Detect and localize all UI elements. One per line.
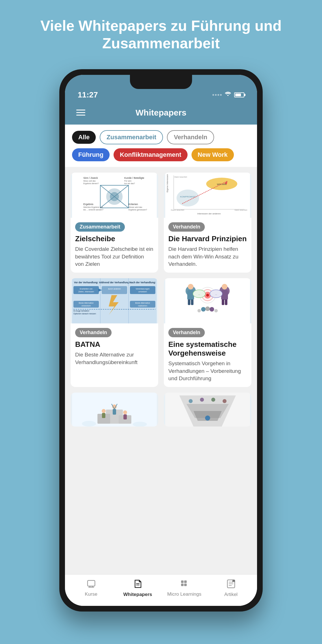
card-body-harvard: Verhandeln Die Harvard Prinzipien Die Ha… — [164, 218, 251, 273]
svg-text:Kunde / Beteiligte: Kunde / Beteiligte — [124, 177, 144, 179]
card-5[interactable] — [71, 393, 158, 427]
nav-label-kurse: Kurse — [85, 591, 97, 597]
svg-rect-90 — [102, 413, 105, 418]
filter-chip-newwork[interactable]: New Work — [192, 148, 234, 161]
card-category-zielscheibe: Zusammenarbeit — [75, 222, 125, 232]
svg-rect-104 — [88, 580, 95, 586]
svg-text:Wozu soll das: Wozu soll das — [83, 180, 96, 182]
hamburger-menu[interactable] — [76, 110, 85, 116]
nav-label-whitepapers: Whitepapers — [123, 592, 152, 597]
card-body-systematic: Verhandeln Eine systematische Vorgehensw… — [164, 323, 251, 387]
status-time: 11:27 — [78, 90, 98, 99]
svg-text:Beste Alternative: Beste Alternative — [79, 302, 94, 304]
svg-point-99 — [189, 399, 193, 403]
card-6[interactable] — [164, 393, 251, 427]
card-title-harvard: Die Harvard Prinzipien — [168, 234, 247, 243]
svg-point-11 — [110, 192, 119, 201]
svg-text:entwickeln: entwickeln — [82, 305, 91, 307]
svg-point-91 — [123, 410, 127, 414]
phone-device: 11:27 — [59, 69, 263, 612]
svg-text:Optionen danach messen: Optionen danach messen — [73, 313, 96, 315]
status-bar: 11:27 — [65, 75, 257, 102]
artikel-icon — [227, 579, 236, 590]
svg-text:umsetzen: umsetzen — [138, 291, 147, 293]
card-title-zielscheibe: Zielscheibe — [75, 234, 154, 243]
svg-text:Zielen, Interessen: Zielen, Interessen — [78, 291, 94, 293]
svg-text:Sinn / Zweck: Sinn / Zweck — [83, 177, 98, 179]
filter-section: Alle Zusammenarbeit Verhandeln Führung K… — [65, 125, 257, 167]
app-title: Whitepapers — [136, 108, 186, 118]
nav-label-artikel: Artikel — [224, 592, 238, 597]
svg-text:bis ... erreicht werden?: bis ... erreicht werden? — [83, 209, 103, 211]
svg-rect-61 — [188, 299, 190, 305]
phone-screen: 11:27 — [65, 75, 257, 606]
card-desc-zielscheibe: Die Coverdale Zielscheibe ist ein bewähr… — [75, 245, 154, 268]
svg-text:Beste Alternative: Beste Alternative — [135, 302, 150, 304]
filter-row-2: Führung Konfliktmanagement New Work — [72, 148, 250, 161]
svg-point-74 — [210, 307, 214, 312]
svg-rect-108 — [184, 580, 187, 583]
filter-row-1: Alle Zusammenarbeit Verhandeln — [72, 130, 250, 144]
svg-rect-43 — [102, 286, 127, 294]
card-image-6 — [164, 393, 251, 427]
nav-item-kurse[interactable]: Kurse — [68, 579, 114, 597]
nav-label-micro: Micro Learnings — [167, 591, 201, 597]
card-category-harvard: Verhandeln — [168, 222, 205, 232]
svg-text:Stark beachtet: Stark beachtet — [174, 176, 187, 178]
svg-text:Kriterien: Kriterien — [129, 203, 138, 206]
svg-point-100 — [200, 398, 204, 402]
card-desc-batna: Die Beste Alternative zur Verhandlungsüb… — [75, 351, 154, 366]
svg-text:Stark beachtet: Stark beachtet — [234, 209, 247, 211]
svg-text:KOMPROMISS: KOMPROMISS — [180, 195, 195, 198]
svg-text:Erarbeiten von: Erarbeiten von — [80, 288, 93, 290]
card-zielscheibe[interactable]: Sinn / Zweck Wozu soll das Ergebnis dien… — [71, 173, 158, 273]
svg-text:Kaum beachtet: Kaum beachtet — [171, 209, 184, 211]
nav-item-artikel[interactable]: Artikel — [208, 579, 254, 597]
card-harvard[interactable]: Interessen der anderen Eigene Interessen… — [164, 173, 251, 273]
svg-point-76 — [214, 309, 218, 312]
battery-icon — [234, 92, 244, 97]
svg-text:Während der Verhandlung:: Während der Verhandlung: — [99, 281, 130, 284]
card-image-systematic: ... ... — [164, 278, 251, 323]
whitepapers-icon — [134, 579, 142, 590]
filter-chip-alle[interactable]: Alle — [72, 131, 96, 144]
svg-text:Eigene Interessen: Eigene Interessen — [166, 174, 169, 192]
card-image-harvard: Interessen der anderen Eigene Interessen… — [164, 173, 251, 218]
svg-text:realisieren: realisieren — [138, 305, 147, 307]
wifi-icon — [225, 92, 231, 98]
filter-chip-zusammenarbeit[interactable]: Zusammenarbeit — [100, 130, 163, 144]
app-header: Whitepapers — [65, 102, 257, 125]
card-systematic[interactable]: ... ... Verhandeln Eine systematische Vo… — [164, 278, 251, 387]
card-batna[interactable]: Vor der Verhandlung: Während der Verhand… — [71, 278, 158, 387]
card-category-systematic: Verhandeln — [168, 328, 205, 337]
svg-point-59 — [188, 284, 193, 290]
svg-point-71 — [206, 294, 209, 297]
svg-text:...: ... — [215, 293, 217, 295]
svg-point-73 — [205, 306, 210, 311]
nav-item-whitepapers[interactable]: Whitepapers — [114, 579, 161, 597]
status-icons — [212, 92, 244, 98]
card-desc-systematic: Systematisch Vorgehen in Verhandlungen –… — [168, 360, 247, 382]
nav-item-micro[interactable]: Micro Learnings — [161, 579, 208, 597]
svg-text:Vereinbarungen: Vereinbarungen — [136, 288, 150, 290]
svg-point-75 — [197, 309, 201, 312]
card-image-batna: Vor der Verhandlung: Während der Verhand… — [71, 278, 158, 323]
card-body-zielscheibe: Zusammenarbeit Zielscheibe Die Coverdale… — [71, 218, 158, 273]
svg-rect-62 — [191, 299, 193, 305]
filter-chip-konflikt[interactable]: Konfliktmanagement — [114, 148, 188, 161]
svg-rect-107 — [181, 580, 184, 583]
svg-rect-39 — [73, 286, 99, 294]
svg-text:Ergebnis: Ergebnis — [83, 203, 93, 206]
filter-chip-fuehrung[interactable]: Führung — [72, 148, 110, 161]
svg-rect-109 — [181, 584, 184, 586]
svg-text:Welches Ergebnis soll: Welches Ergebnis soll — [83, 206, 103, 208]
card-body-batna: Verhandeln BATNA Die Beste Alternative z… — [71, 323, 158, 387]
svg-text:Interessen der anderen: Interessen der anderen — [197, 212, 221, 215]
svg-text:...: ... — [198, 293, 200, 295]
svg-point-72 — [201, 307, 206, 312]
filter-chip-verhandeln[interactable]: Verhandeln — [167, 130, 214, 144]
svg-rect-92 — [123, 414, 127, 419]
svg-text:Ergebnis dienen?: Ergebnis dienen? — [83, 182, 99, 185]
svg-text:tun wir das?: tun wir das? — [124, 182, 135, 184]
courses-icon — [86, 579, 96, 590]
